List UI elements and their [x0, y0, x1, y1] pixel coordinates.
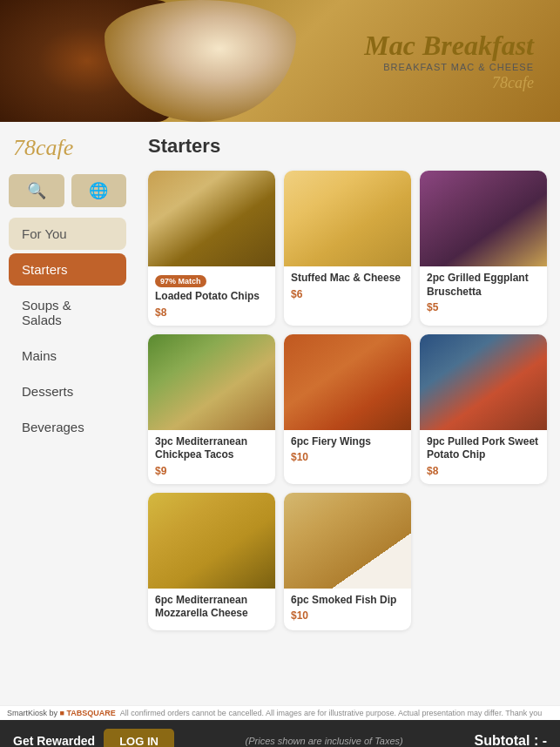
hero-subtitle: BREAKFAST MAC & CHEESE: [364, 62, 534, 72]
sidebar: 78cafe 🔍 🌐 For You Starters Soups & Sala…: [0, 122, 135, 705]
sidebar-icons: 🔍 🌐: [9, 174, 126, 207]
hero-text-block: Mac Breakfast BREAKFAST MAC & CHEESE 78c…: [364, 30, 543, 92]
logo-suffix: cafe: [36, 135, 73, 160]
food-card-fiery-wings[interactable]: 6pc Fiery Wings $10: [284, 334, 411, 484]
food-card-name: 6pc Fiery Wings: [291, 435, 404, 449]
food-card-loaded-potato-chips[interactable]: 97% Match Loaded Potato Chips $8: [148, 171, 275, 326]
food-card-stuffed-mac-cheese[interactable]: Stuffed Mac & Cheese $6: [284, 171, 411, 326]
food-card-mozzarella[interactable]: 6pc Mediterranean Mozzarella Cheese: [148, 493, 275, 630]
food-image-chickpea-tacos: [148, 334, 275, 430]
section-title: Starters: [148, 135, 547, 158]
sidebar-logo: 78cafe: [9, 135, 126, 161]
subtotal-label: Subtotal : -: [474, 733, 547, 747]
disclaimer-bar: SmartKiosk by ■ TABSQUARE All confirmed …: [0, 705, 560, 720]
food-image-grilled-eggplant: [420, 171, 547, 266]
food-image-mozzarella: [148, 493, 275, 589]
food-card-name: 6pc Mediterranean Mozzarella Cheese: [155, 594, 268, 621]
login-button[interactable]: LOG IN: [104, 729, 174, 748]
food-card-info: 2pc Grilled Eggplant Bruschetta $5: [420, 266, 547, 320]
food-card-name: 2pc Grilled Eggplant Bruschetta: [427, 272, 540, 299]
food-card-info: 6pc Smoked Fish Dip $10: [284, 589, 411, 629]
food-image-pulled-pork: [420, 334, 547, 430]
logo-number: 78: [13, 135, 36, 160]
food-card-info: 97% Match Loaded Potato Chips $8: [148, 266, 275, 326]
globe-button[interactable]: 🌐: [71, 174, 127, 207]
food-card-name: Loaded Potato Chips: [155, 290, 268, 304]
food-card-price: $10: [291, 609, 404, 622]
food-card-price: $6: [291, 288, 404, 300]
food-card-name: Stuffed Mac & Cheese: [291, 272, 404, 286]
food-card-name: 3pc Mediterranean Chickpea Tacos: [155, 435, 268, 462]
food-card-info: Stuffed Mac & Cheese $6: [284, 266, 411, 307]
hero-logo-small: 78cafe: [364, 74, 534, 92]
food-card-name: 9pc Pulled Pork Sweet Potato Chip: [427, 435, 540, 462]
disclaimer-text: All confirmed orders cannot be cancelled…: [120, 709, 542, 717]
sidebar-item-mains[interactable]: Mains: [9, 340, 126, 372]
tabsquare-logo: ■ TABSQUARE: [60, 709, 116, 717]
food-card-price: $8: [427, 465, 540, 477]
hero-title: Mac Breakfast: [364, 30, 534, 62]
food-card-price: $10: [291, 451, 404, 463]
food-card-info: 9pc Pulled Pork Sweet Potato Chip $8: [420, 430, 547, 484]
search-button[interactable]: 🔍: [9, 174, 64, 207]
hero-banner: Mac Breakfast BREAKFAST MAC & CHEESE 78c…: [0, 0, 560, 122]
items-grid: 97% Match Loaded Potato Chips $8 Stuffed…: [148, 171, 547, 630]
food-image-stuffed-mac-cheese: [284, 171, 411, 266]
food-card-price: $9: [155, 465, 268, 477]
search-icon: 🔍: [27, 181, 46, 200]
food-card-price: $8: [155, 306, 268, 319]
smartkiosk-label: SmartKiosk by ■ TABSQUARE: [7, 709, 116, 717]
sidebar-item-starters[interactable]: Starters: [9, 253, 126, 286]
get-rewarded-button[interactable]: Get Rewarded: [13, 734, 95, 747]
food-card-smoked-fish-dip[interactable]: 6pc Smoked Fish Dip $10: [284, 493, 411, 630]
sidebar-item-beverages[interactable]: Beverages: [9, 411, 126, 443]
food-card-grilled-eggplant[interactable]: 2pc Grilled Eggplant Bruschetta $5: [420, 171, 547, 326]
match-badge: 97% Match: [155, 275, 206, 287]
food-card-info: 6pc Fiery Wings $10: [284, 430, 411, 471]
food-card-chickpea-tacos[interactable]: 3pc Mediterranean Chickpea Tacos $9: [148, 334, 275, 484]
food-image-smoked-fish-dip: [284, 493, 411, 589]
footer-bar: Get Rewarded LOG IN (Prices shown are in…: [0, 720, 560, 747]
content-area: Starters 97% Match Loaded Potato Chips $…: [135, 122, 560, 705]
sidebar-item-for-you[interactable]: For You: [9, 218, 126, 250]
food-image-loaded-potato-chips: [148, 171, 275, 266]
food-card-price: $5: [427, 301, 540, 313]
food-card-info: 3pc Mediterranean Chickpea Tacos $9: [148, 430, 275, 484]
main-layout: 78cafe 🔍 🌐 For You Starters Soups & Sala…: [0, 122, 560, 705]
food-card-name: 6pc Smoked Fish Dip: [291, 594, 404, 608]
globe-icon: 🌐: [89, 181, 108, 200]
food-card-pulled-pork[interactable]: 9pc Pulled Pork Sweet Potato Chip $8: [420, 334, 547, 484]
sidebar-item-soups-salads[interactable]: Soups & Salads: [9, 289, 126, 336]
food-image-fiery-wings: [284, 334, 411, 430]
sidebar-item-desserts[interactable]: Desserts: [9, 375, 126, 407]
food-card-info: 6pc Mediterranean Mozzarella Cheese: [148, 589, 275, 630]
tax-note: (Prices shown are inclusive of Taxes): [183, 736, 466, 746]
